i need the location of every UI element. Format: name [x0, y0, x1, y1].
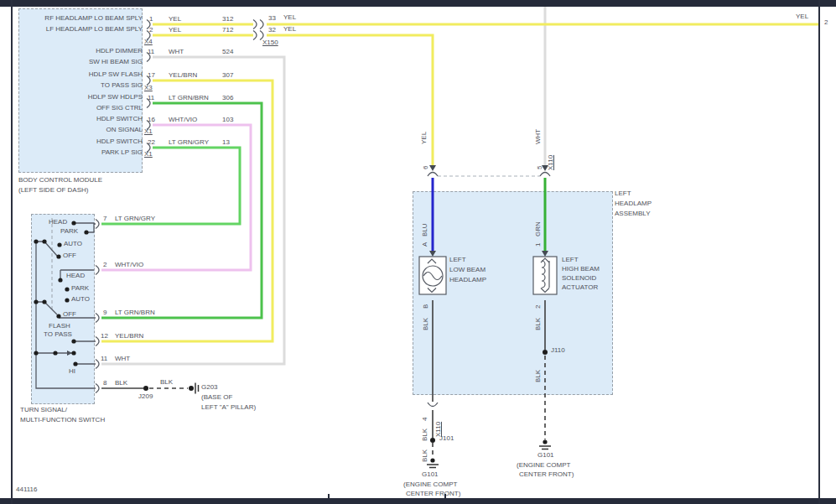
highbeam-name-line4: ACTUATOR: [562, 283, 598, 291]
splice-j101: [430, 438, 435, 443]
bcm-wire: WHT: [169, 48, 184, 55]
lowbeam-in-wire: BLU: [421, 223, 428, 236]
assy-name-line1: LEFT: [615, 190, 631, 197]
mfs-wire-9: LT GRN/BRN: [115, 309, 155, 316]
assy-name-line2: HEADLAMP: [615, 200, 652, 207]
gnd-right-name: G101: [537, 451, 554, 459]
bcm-signal-7b: PARK LP SIG: [101, 148, 143, 156]
bcm-signal-6b: ON SIGNAL: [106, 126, 143, 133]
bcm-signal-5a: HDLP SW HDLPS: [88, 93, 143, 101]
high-beam-solenoid-symbol: [533, 257, 557, 294]
x150-pin-33: 33: [268, 14, 276, 22]
x150-wire-top: YEL: [283, 13, 296, 21]
lowbeam-name-line3: HEADLAMP: [449, 276, 486, 283]
mfs-pin-9: 9: [103, 309, 106, 316]
lowbeam-name-line1: LEFT: [449, 256, 466, 263]
gnd-right-loc1: (ENGINE COMPT: [517, 461, 570, 469]
g101-right-dot: [543, 439, 547, 444]
bcm-pin: 11: [148, 94, 154, 101]
g203-name: G203: [201, 383, 218, 391]
bcm-wire: WHT/VIO: [169, 116, 197, 123]
highbeam-in-wire: GRN: [534, 221, 542, 236]
mfs-g2-off: OFF: [63, 310, 76, 318]
mfs-name-line1: TURN SIGNAL/: [20, 406, 67, 413]
lowbeam-name-line2: LOW BEAM: [449, 266, 486, 273]
mfs-hi: HI: [69, 367, 75, 375]
wiring-diagram-page: RF HEADLAMP LO BEAM SPLY LF HEADLAMP LO …: [0, 0, 836, 504]
bcm-pin: 1: [149, 15, 153, 23]
assy-name-line3: ASSEMBLY: [615, 210, 651, 217]
mfs-g2-park: PARK: [71, 284, 89, 292]
bottom-border-bar: [0, 498, 836, 504]
bcm-connector-x4: X4: [144, 38, 153, 45]
bcm-wire: LT GRN/BRN: [169, 94, 209, 101]
right-border-line: [818, 0, 820, 504]
bcm-name-line1: BODY CONTROL MODULE: [18, 176, 102, 184]
gnd-left-wire2: BLK: [421, 449, 428, 462]
mfs-wire-8: BLK: [115, 379, 127, 387]
highbeam-name-line1: LEFT: [562, 256, 579, 263]
g203-terminal-dot: [189, 386, 194, 391]
mfs-g2-auto: AUTO: [71, 295, 90, 303]
bcm-signal-4b: TO PASS SIG: [101, 81, 143, 89]
wire-ltgrngry-13: [101, 148, 240, 224]
splice-j209-label: J209: [138, 392, 153, 400]
bcm-circuit: 524: [222, 48, 233, 55]
bcm-circuit: 103: [222, 116, 233, 123]
mfs-wire-12: YEL/BRN: [115, 332, 143, 340]
bcm-pin: 2: [149, 26, 153, 34]
mfs-g1-off: OFF: [63, 252, 76, 259]
mfs-g1-head: HEAD: [49, 218, 67, 226]
mfs-wire-11: WHT: [115, 355, 130, 362]
bcm-signal-6a: HDLP SWITCH: [96, 115, 143, 122]
lowbeam-out-wire: BLK: [422, 318, 429, 330]
bcm-circuit: 13: [222, 138, 230, 146]
g101-right-bars: [539, 446, 551, 449]
bcm-signal-7a: HDLP SWITCH: [96, 138, 143, 145]
arrow-yel-into-connector: [429, 165, 436, 171]
mfs-wire-2: WHT/VIO: [115, 261, 143, 268]
left-border-line: [11, 0, 13, 504]
x150-pin-32: 32: [268, 26, 276, 34]
highbeam-name-line2: HIGH BEAM: [562, 265, 600, 273]
gnd-left-pin: 4: [421, 418, 428, 421]
mfs-pin-12: 12: [101, 332, 108, 340]
highbeam-in-pin: 1: [534, 243, 542, 247]
mfs-name-line2: MULTI-FUNCTION SWITCH: [20, 416, 105, 423]
mfs-pin-8: 8: [103, 379, 106, 387]
bcm-signal-2: LF HEADLAMP LO BEAM SPLY: [46, 25, 143, 33]
gnd-left-wire1: BLK: [421, 429, 428, 441]
highbeam-gnd-wire: BLK: [534, 370, 542, 382]
arrow-grn-into-solenoid: [542, 251, 548, 257]
arrow-blu-into-bulb: [429, 251, 436, 257]
g101-left-bars: [427, 465, 439, 468]
bcm-wire: YEL: [169, 26, 181, 34]
ground-symbols: [189, 383, 551, 468]
bcm-connector-x1b: X1: [144, 150, 153, 158]
lowbeam-in-pin: A: [421, 242, 428, 247]
highbeam-name-line3: SOLENOID: [562, 274, 596, 282]
wire-ltgrnbrn-306: [101, 103, 262, 318]
bcm-connector-x1: X1: [144, 127, 153, 135]
bcm-circuit: 306: [222, 94, 233, 101]
assy-feed-wht-label: WHT: [534, 129, 542, 144]
top-border-bar: [0, 0, 836, 7]
highbeam-out-pin: 2: [534, 305, 542, 309]
mfs-wire-7: LT GRN/GRY: [115, 215, 155, 222]
gnd-left-loc1: (ENGINE COMPT: [403, 481, 457, 488]
bcm-signal-4a: HDLP SW FLASH: [89, 70, 143, 78]
connector-arcs: [96, 20, 550, 407]
diagram-id: 441116: [16, 486, 38, 493]
splice-j209: [143, 386, 148, 391]
bcm-pin: 17: [148, 71, 155, 79]
assy-feed-wht-pin: 5: [536, 166, 543, 169]
switch-pin-arcs: [96, 220, 99, 393]
bottom-bar-tick-2: [444, 494, 446, 499]
g203-loc2: LEFT "A" PILLAR): [201, 403, 256, 411]
bcm-signal-5b: OFF SIG CTRL: [96, 104, 143, 112]
splice-j110-label: J110: [551, 346, 565, 354]
assy-feed-yel-label: YEL: [420, 132, 428, 144]
bcm-signal-3b: SW HI BEAM SIG: [89, 58, 143, 65]
assy-connector-x110: X110: [547, 155, 554, 170]
bcm-name-line2: (LEFT SIDE OF DASH): [18, 186, 88, 194]
